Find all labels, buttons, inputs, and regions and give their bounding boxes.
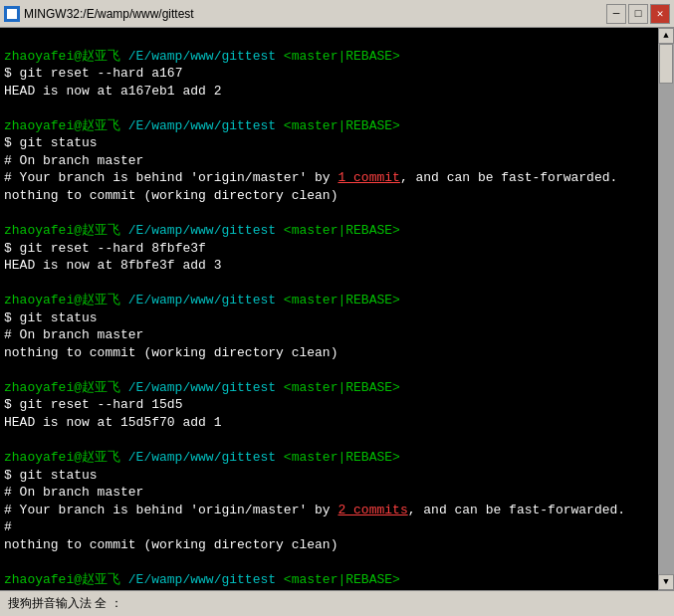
window-controls: ─ □ ✕ [606, 4, 670, 24]
window: MINGW32:/E/wamp/www/gittest ─ □ ✕ zhaoya… [0, 0, 674, 616]
scroll-up-button[interactable]: ▲ [658, 28, 674, 44]
terminal-wrapper: zhaoyafei@赵亚飞 /E/wamp/www/gittest <maste… [0, 28, 674, 590]
maximize-button[interactable]: □ [628, 4, 648, 24]
titlebar-left: MINGW32:/E/wamp/www/gittest [4, 6, 194, 22]
window-title: MINGW32:/E/wamp/www/gittest [24, 7, 194, 21]
app-icon [4, 6, 20, 22]
scrollbar-track[interactable] [658, 44, 674, 574]
ime-status: 搜狗拼音输入法 全 ： [8, 595, 122, 612]
scroll-down-button[interactable]: ▼ [658, 574, 674, 590]
minimize-button[interactable]: ─ [606, 4, 626, 24]
close-button[interactable]: ✕ [650, 4, 670, 24]
scrollbar-thumb[interactable] [659, 44, 673, 84]
terminal[interactable]: zhaoyafei@赵亚飞 /E/wamp/www/gittest <maste… [0, 28, 658, 590]
titlebar: MINGW32:/E/wamp/www/gittest ─ □ ✕ [0, 0, 674, 28]
scrollbar[interactable]: ▲ ▼ [658, 28, 674, 590]
statusbar: 搜狗拼音输入法 全 ： [0, 590, 674, 616]
